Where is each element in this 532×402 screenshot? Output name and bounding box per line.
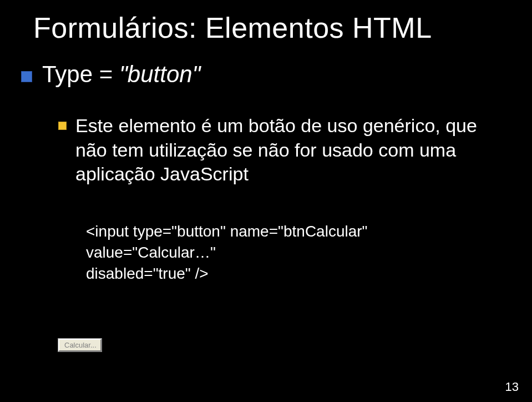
slide-title: Formulários: Elementos HTML — [33, 11, 432, 44]
page-number: 13 — [505, 380, 519, 394]
bullet-small-square-icon — [58, 122, 67, 130]
code-line-2: disabled="true" /> — [86, 263, 499, 284]
level2-bullet: Este elemento é um botão de uso genérico… — [58, 114, 499, 187]
level1-text: Type = "button" — [42, 61, 201, 88]
l1-value: "button" — [119, 61, 201, 87]
bullet-square-icon — [21, 71, 32, 82]
code-snippet: <input type="button" name="btnCalcular" … — [86, 221, 499, 284]
calcular-button: Calcular... — [58, 339, 102, 351]
code-line-1: <input type="button" name="btnCalcular" … — [86, 221, 499, 263]
l1-prefix: Type = — [42, 61, 119, 87]
level2-text: Este elemento é um botão de uso genérico… — [75, 114, 499, 187]
demo-button-container: Calcular... — [58, 339, 102, 351]
level1-bullet: Type = "button" — [21, 61, 201, 88]
slide: Formulários: Elementos HTML Type = "butt… — [0, 0, 532, 402]
